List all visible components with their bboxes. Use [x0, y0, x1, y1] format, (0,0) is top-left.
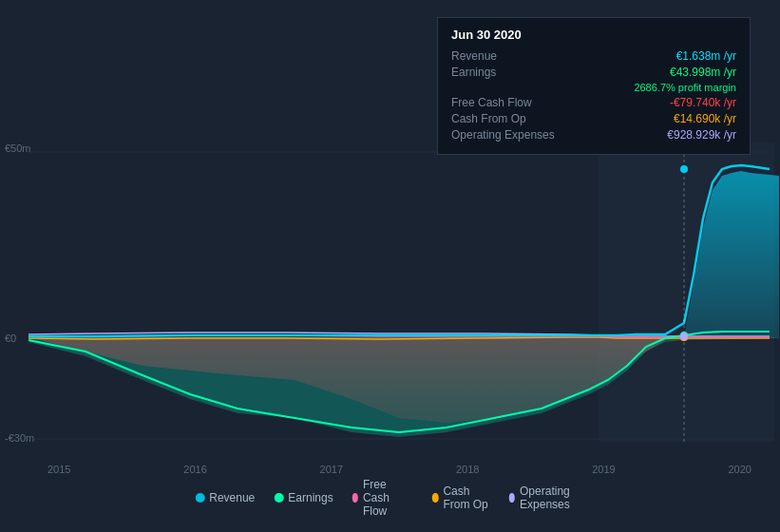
- chart-legend: Revenue Earnings Free Cash Flow Cash Fro…: [195, 478, 585, 518]
- tooltip-value-cashop: €14.690k /yr: [674, 112, 736, 125]
- x-label-2016: 2016: [183, 464, 206, 475]
- tooltip-row-revenue: Revenue €1.638m /yr: [451, 49, 736, 63]
- legend-label-cashop: Cash From Op: [443, 484, 489, 511]
- x-label-2015: 2015: [48, 464, 70, 475]
- legend-label-revenue: Revenue: [209, 491, 255, 504]
- tooltip-row-earnings: Earnings €43.998m /yr: [451, 66, 736, 79]
- legend-cashop[interactable]: Cash From Op: [432, 484, 490, 511]
- tooltip-value-revenue: €1.638m /yr: [676, 49, 736, 63]
- svg-point-9: [680, 332, 688, 340]
- x-label-2020: 2020: [728, 464, 751, 475]
- x-label-2017: 2017: [320, 464, 343, 475]
- tooltip-row-fcf: Free Cash Flow -€79.740k /yr: [451, 96, 736, 109]
- tooltip-title: Jun 30 2020: [451, 28, 736, 42]
- svg-point-5: [680, 165, 688, 173]
- legend-dot-cashop: [432, 493, 438, 503]
- tooltip-row-cashop: Cash From Op €14.690k /yr: [451, 112, 736, 125]
- x-label-2019: 2019: [592, 464, 615, 475]
- data-tooltip: Jun 30 2020 Revenue €1.638m /yr Earnings…: [437, 17, 751, 155]
- tooltip-label-earnings: Earnings: [451, 66, 565, 79]
- tooltip-label-opex: Operating Expenses: [451, 128, 565, 142]
- legend-label-fcf: Free Cash Flow: [363, 478, 413, 518]
- tooltip-row-margin: 2686.7% profit margin: [451, 82, 736, 93]
- legend-dot-revenue: [195, 493, 204, 503]
- legend-fcf[interactable]: Free Cash Flow: [352, 478, 413, 518]
- tooltip-label-revenue: Revenue: [451, 49, 565, 63]
- x-label-2018: 2018: [456, 464, 479, 475]
- legend-earnings[interactable]: Earnings: [274, 491, 333, 504]
- tooltip-value-margin: 2686.7% profit margin: [634, 82, 736, 93]
- legend-dot-opex: [509, 493, 515, 503]
- tooltip-value-fcf: -€79.740k /yr: [670, 96, 736, 109]
- tooltip-row-opex: Operating Expenses €928.929k /yr: [451, 128, 736, 142]
- legend-revenue[interactable]: Revenue: [195, 491, 255, 504]
- legend-label-earnings: Earnings: [288, 491, 333, 504]
- tooltip-value-earnings: €43.998m /yr: [670, 66, 736, 79]
- legend-opex[interactable]: Operating Expenses: [509, 484, 585, 511]
- tooltip-label-cashop: Cash From Op: [451, 112, 565, 125]
- tooltip-value-opex: €928.929k /yr: [667, 128, 736, 142]
- legend-dot-fcf: [352, 493, 358, 503]
- legend-label-opex: Operating Expenses: [520, 484, 585, 511]
- legend-dot-earnings: [274, 493, 283, 503]
- tooltip-label-fcf: Free Cash Flow: [451, 96, 565, 109]
